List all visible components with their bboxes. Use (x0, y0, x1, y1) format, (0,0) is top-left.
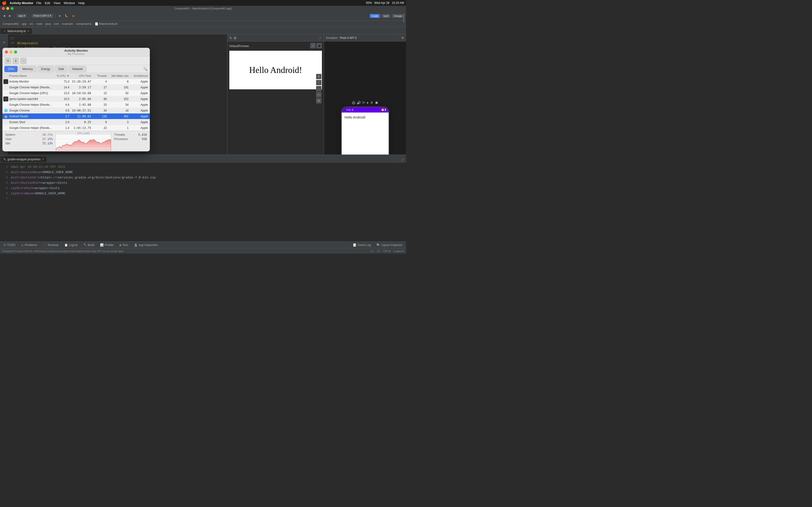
tool-run[interactable]: ▶ Run (118, 243, 130, 247)
am-table-row[interactable]: Google Chrome Helper (GPU)13.010:54:54.6… (2, 90, 150, 96)
split-button[interactable]: Split (382, 14, 390, 18)
tab-close[interactable]: ✕ (27, 30, 29, 32)
breadcrumb-src[interactable]: src (30, 22, 33, 25)
zoom-screen-btn[interactable]: ⊞ (316, 98, 321, 103)
minimize-button[interactable] (6, 7, 9, 10)
preview-device-btn[interactable]: 📱 (317, 43, 322, 48)
am-tab-energy[interactable]: Energy (38, 66, 54, 72)
breadcrumb-main[interactable]: main (36, 22, 43, 25)
forward-button[interactable]: ▶ (8, 14, 12, 18)
encoding[interactable]: UTF-8 (383, 249, 391, 252)
breadcrumb-java[interactable]: java (45, 22, 51, 25)
menu-file[interactable]: File (36, 1, 41, 5)
am-col-arch[interactable]: Architecture (131, 74, 150, 77)
am-tab-disk[interactable]: Disk (55, 66, 68, 72)
cursor-position[interactable]: 1:1 (370, 249, 374, 252)
menu-help[interactable]: Help (78, 1, 85, 5)
am-col-threads[interactable]: Threads (93, 74, 109, 77)
am-table-row[interactable]: Screen Shot2.00.2593Apple (2, 119, 150, 125)
preview-refresh-icon[interactable]: ↻ (230, 36, 232, 40)
stop-button[interactable]: ⏹ (71, 14, 76, 18)
am-table-row[interactable]: Google Chrome Helper (Rende...14.43:59.1… (2, 84, 150, 90)
am-stat-idle: Idle: 72.13% (5, 142, 53, 145)
am-table-row[interactable]: ⬛qemu-system-aarch6410.52:05.6680252Appl… (2, 96, 150, 102)
am-table-row[interactable]: Google Chrome Helper (Rende...1.41:45:13… (2, 125, 150, 131)
am-row-wake: 8 (109, 80, 131, 83)
line-ending[interactable]: LF (377, 249, 380, 252)
am-bottom-stats: System: 10.71% User: 17.15% Idle: 72.13%… (2, 131, 150, 151)
am-tab-cpu[interactable]: CPU (4, 66, 18, 72)
am-col-process-name[interactable]: Process Name (2, 74, 54, 77)
apple-menu[interactable]: 🍎 (2, 1, 7, 5)
emulator-volume-icon[interactable]: 🔊 (357, 101, 361, 105)
tool-logcat[interactable]: 📋 Logcat (63, 243, 79, 247)
preview-expand-btn[interactable]: ⤢ (310, 43, 316, 48)
am-table-row[interactable]: Google Chrome Helper (Rende...4.61:45.88… (2, 102, 150, 108)
am-table-row[interactable]: 🤖Android Studio2.711:09.62115451Apple (2, 113, 150, 119)
maximize-button[interactable] (11, 7, 13, 10)
am-minimize-button[interactable] (9, 50, 12, 54)
app-name[interactable]: Activity Monitor (10, 1, 33, 5)
breadcrumb-example[interactable]: example (62, 22, 73, 25)
am-maximize-button[interactable] (14, 50, 17, 54)
breadcrumb-app[interactable]: app (22, 22, 27, 25)
emulator-settings-icon[interactable]: ⚙ (401, 36, 404, 40)
am-col-wake[interactable]: Idle Wake Ups (109, 74, 131, 77)
tool-terminal[interactable]: ⬛ Terminal (41, 243, 60, 247)
tool-build[interactable]: 🔨 Build (82, 243, 96, 247)
tool-profiler[interactable]: 📊 Profiler (99, 243, 115, 247)
am-info-btn[interactable]: ℹ (12, 58, 19, 64)
am-tab-network[interactable]: Network (69, 66, 87, 72)
breadcrumb-file[interactable]: 📄 MainActivity.kt (95, 22, 118, 25)
tab-mainactivity[interactable]: 🔸 MainActivity.kt ✕ (0, 28, 33, 34)
run-config-dropdown[interactable]: app ▾ (17, 14, 27, 18)
tool-todo[interactable]: ☑ TODO (2, 243, 17, 247)
indent[interactable]: 4 spaces (394, 249, 404, 252)
back-button[interactable]: ◀ (2, 14, 6, 18)
tool-layout-inspector[interactable]: 🔍 Layout Inspector (375, 243, 404, 247)
am-col-cpu[interactable]: % CPU ▼ (54, 74, 71, 77)
am-table-row[interactable]: 🖥Activity Monitor71.031:26:19.4748Apple (2, 79, 150, 84)
am-table-row[interactable]: 🌐Google Chrome4.619:08:37.513418Apple (2, 108, 150, 113)
menu-window[interactable]: Window (64, 1, 75, 5)
am-search-btn[interactable]: 🔍 (143, 66, 148, 72)
emulator-pause-icon[interactable]: ⏸ (370, 101, 373, 105)
menu-edit[interactable]: Edit (45, 1, 50, 5)
emulator-power-icon[interactable]: ⏻ (352, 101, 355, 105)
gradle-code-editor[interactable]: 1 2 3 4 5 6 7 #Wed Apr 28 08:21:34 PDT 2… (0, 163, 406, 241)
debug-button[interactable]: 🐛 (63, 14, 69, 18)
code-button[interactable]: Code (370, 14, 380, 18)
inspection-icon: 🔬 (134, 243, 138, 247)
am-row-threads: 115 (93, 115, 109, 118)
breadcrumb-project[interactable]: ComposeM1 (2, 22, 19, 25)
zoom-fit-btn[interactable]: 1:1 (316, 92, 321, 97)
am-tab-memory[interactable]: Memory (18, 66, 36, 72)
preview-layout-icon[interactable]: ⊞ (234, 36, 237, 40)
tool-app-inspection[interactable]: 🔬 App Inspection (133, 243, 159, 247)
gradle-tab-close[interactable]: ✕ (42, 158, 44, 161)
zoom-out-btn[interactable]: − (316, 86, 321, 91)
menu-view[interactable]: View (54, 1, 60, 5)
bottom-ide-toolbar: ☑ TODO ⚠ Problems ⬛ Terminal 📋 Logcat 🔨 … (0, 241, 406, 248)
breadcrumb-composem1[interactable]: composem1 (76, 22, 92, 25)
device-selector[interactable]: Pixel 4 API S ▾ (32, 14, 53, 18)
emulator-rotate-icon[interactable]: ⟳ (362, 101, 365, 105)
am-close-button[interactable] (5, 50, 8, 54)
zoom-download-btn[interactable]: ⬇ (316, 74, 321, 79)
zoom-in-btn[interactable]: + (316, 80, 321, 85)
am-subtitle: My Processes (64, 52, 88, 55)
run-button[interactable]: ▶ (58, 14, 62, 18)
tab-gradle-wrapper[interactable]: 🔧 gradle-wrapper.properties ✕ (0, 156, 47, 162)
close-button[interactable] (2, 7, 5, 10)
breadcrumb-com[interactable]: com (54, 22, 59, 25)
tool-problems[interactable]: ⚠ Problems (19, 243, 39, 247)
emulator-stop-icon[interactable]: ⏹ (375, 101, 378, 105)
emulator-snapshot-icon[interactable]: ● (367, 101, 368, 105)
am-col-time[interactable]: CPU Time (71, 74, 93, 77)
am-stop-btn[interactable]: ✕ (5, 58, 11, 64)
tool-event-log[interactable]: 📝 Event Log (352, 243, 372, 247)
project-icon[interactable]: P (1, 35, 7, 50)
gradle-code-lines[interactable]: #Wed Apr 28 08:21:34 PDT 2021 distributi… (10, 164, 406, 239)
am-stat-idle-val: 72.13% (42, 142, 53, 145)
am-more-btn[interactable]: ⋯ (20, 58, 27, 64)
